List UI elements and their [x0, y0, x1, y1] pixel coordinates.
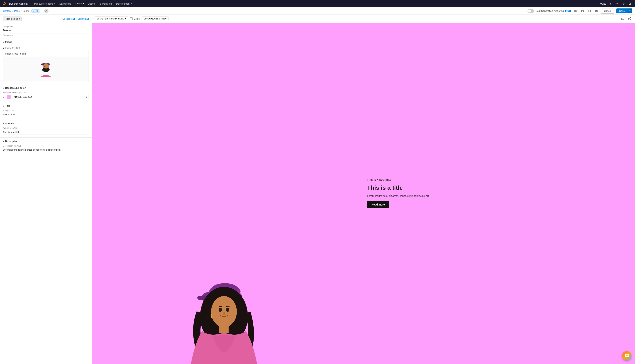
- filter-locales-button[interactable]: Filter locales ▾: [3, 16, 22, 21]
- subtitle-field-group: Subtitle (en-GB): [0, 127, 92, 137]
- title-section-title: Title: [5, 104, 10, 107]
- chevron-down-icon-title: ▾: [3, 105, 4, 107]
- settings-icon[interactable]: ⚙: [621, 1, 626, 6]
- breadcrumb-content[interactable]: Content: [3, 10, 12, 12]
- breadcrumb-page[interactable]: Page: [14, 10, 20, 12]
- top-navigation: Dynamic Content Milk & More demo ▾ Dashb…: [0, 0, 635, 7]
- bg-color-section-header[interactable]: ▾ Background color: [0, 84, 92, 92]
- nav-item-dashboard[interactable]: Dashboard: [57, 0, 73, 7]
- beta-badge: BETA: [565, 10, 571, 12]
- scale-checkbox[interactable]: [130, 18, 133, 20]
- nav-item-scheduling[interactable]: Scheduling: [98, 0, 114, 7]
- chevron-down-icon-image-sub: ▾: [3, 47, 4, 50]
- user-avatar[interactable]: [44, 9, 49, 13]
- panel-toolbar: Filter locales ▾ Collapse all | Expand a…: [0, 15, 92, 23]
- svg-point-2: [5, 4, 5, 4]
- right-panel: en-GB (English United Kin... ▾ Scale Des…: [92, 15, 635, 364]
- description-section-header[interactable]: ▾ Description: [0, 138, 92, 145]
- image-sub-section-title: Image (en-GB): [5, 47, 20, 50]
- title-field-input[interactable]: [3, 112, 89, 117]
- title-field-group: Title (en-GB): [0, 110, 92, 120]
- eyedropper-icon[interactable]: 🖉: [3, 96, 6, 98]
- chevron-down-icon: ▾: [54, 3, 55, 5]
- svg-rect-8: [588, 10, 590, 12]
- save-main-button[interactable]: Save: [616, 8, 628, 14]
- subtitle-field-input[interactable]: [3, 130, 89, 134]
- description-field-group: Description (en-GB): [0, 145, 92, 155]
- banner-image-side: [92, 23, 363, 364]
- desktop-dropdown[interactable]: Desktop (1024 x 768) ▾: [142, 16, 169, 21]
- title-section-header[interactable]: ▾ Title: [0, 102, 92, 110]
- bg-color-section-title: Background color: [5, 86, 26, 89]
- scale-check: Scale: [130, 18, 140, 20]
- calendar-icon[interactable]: [587, 8, 592, 14]
- cancel-button[interactable]: Cancel: [601, 8, 614, 14]
- save-button-group: Save ▾: [616, 8, 632, 14]
- person-thumbnail: [39, 60, 53, 78]
- component-label: Component: [3, 25, 14, 28]
- svg-point-19: [42, 68, 50, 72]
- image-card[interactable]: Image Group (3).png: [3, 51, 89, 81]
- bg-color-section-content: Background color (en-GB) 🖉 rgb(255, 159,…: [0, 92, 92, 102]
- nav-item-content[interactable]: Content: [73, 0, 86, 7]
- component-name: Banner: [3, 29, 12, 32]
- svg-point-32: [219, 308, 222, 312]
- image-section-header[interactable]: ▾ Image: [0, 38, 92, 46]
- chevron-down-icon-time[interactable]: ▾: [608, 1, 613, 6]
- next-gen-toggle[interactable]: [527, 9, 534, 13]
- color-swatch[interactable]: [7, 95, 11, 99]
- banner-person-image: [184, 280, 272, 364]
- component-name-row: Banner: [0, 28, 92, 34]
- chevron-down-icon-image: ▾: [3, 41, 4, 43]
- svg-point-20: [45, 66, 45, 67]
- locale-badge[interactable]: en-GB: [32, 9, 40, 13]
- banner-cta-button[interactable]: Read more: [367, 201, 389, 208]
- collapse-all-button[interactable]: Collapse all: [63, 18, 75, 20]
- chevron-down-icon-color: ▾: [86, 96, 87, 98]
- image-sub-section-header[interactable]: ▾ Image (en-GB): [3, 46, 89, 51]
- preview-area: THIS IS A SUBTITLE This is a title Lorem…: [92, 23, 635, 364]
- banner-title: This is a title: [367, 184, 624, 191]
- svg-point-34: [211, 314, 212, 316]
- banner-text-side: THIS IS A SUBTITLE This is a title Lorem…: [363, 171, 635, 216]
- image-section-content: ▾ Image (en-GB) Image Group (3).png: [0, 46, 92, 84]
- external-link-icon[interactable]: [627, 16, 632, 21]
- preview-toolbar: en-GB (English United Kin... ▾ Scale Des…: [92, 15, 635, 23]
- description-field-label: Description (en-GB): [3, 145, 89, 147]
- toggle-text: Next Generation Authoring: [536, 10, 564, 12]
- nav-item-development[interactable]: Development ▾: [114, 0, 134, 7]
- toggle-label-area: Next Generation Authoring BETA: [527, 9, 571, 13]
- app-name: Dynamic Content: [9, 2, 28, 5]
- info-icon[interactable]: [594, 8, 599, 14]
- color-value-select[interactable]: rgb(255, 159, 253) ▾: [12, 95, 89, 99]
- save-dropdown-button[interactable]: ▾: [628, 8, 632, 14]
- breadcrumb-banner: Banner: [23, 10, 30, 12]
- breadcrumb-sep-2: /: [21, 10, 22, 12]
- svg-rect-17: [41, 64, 44, 65]
- color-input-row: 🖉 rgb(255, 159, 253) ▾: [3, 95, 89, 99]
- chat-bubble-button[interactable]: [622, 351, 631, 360]
- help-icon[interactable]: ?: [614, 1, 619, 6]
- image-card-body: [3, 56, 89, 81]
- image-card-header: Image Group (3).png: [3, 51, 89, 56]
- eye-icon[interactable]: [573, 8, 578, 14]
- subtitle-section-header[interactable]: ▾ Subtitle: [0, 120, 92, 127]
- chevron-down-icon-desc: ▾: [3, 140, 4, 142]
- nav-item-demo[interactable]: Milk & More demo ▾: [32, 0, 57, 7]
- svg-point-4: [46, 10, 47, 11]
- subtitle-field-label: Subtitle (en-GB): [3, 127, 89, 129]
- nav-item-assets[interactable]: Assets: [86, 0, 98, 7]
- sub-header: Content / Page / Banner en-GB | Next Gen…: [0, 7, 635, 15]
- svg-rect-31: [219, 324, 229, 333]
- app-logo[interactable]: [2, 1, 7, 6]
- image-section-title: Image: [5, 40, 12, 43]
- expand-all-button[interactable]: Expand all: [78, 18, 89, 20]
- banner-subtitle: THIS IS A SUBTITLE: [367, 179, 624, 181]
- background-color-section: ▾ Background color Background color (en-…: [0, 84, 92, 102]
- locale-dropdown[interactable]: en-GB (English United Kin... ▾: [95, 16, 128, 21]
- description-field-input[interactable]: [3, 148, 89, 152]
- copy-icon[interactable]: [620, 16, 625, 21]
- user-profile-icon[interactable]: [628, 1, 633, 6]
- history-icon[interactable]: [580, 8, 585, 14]
- description-section-title: Description: [5, 140, 18, 142]
